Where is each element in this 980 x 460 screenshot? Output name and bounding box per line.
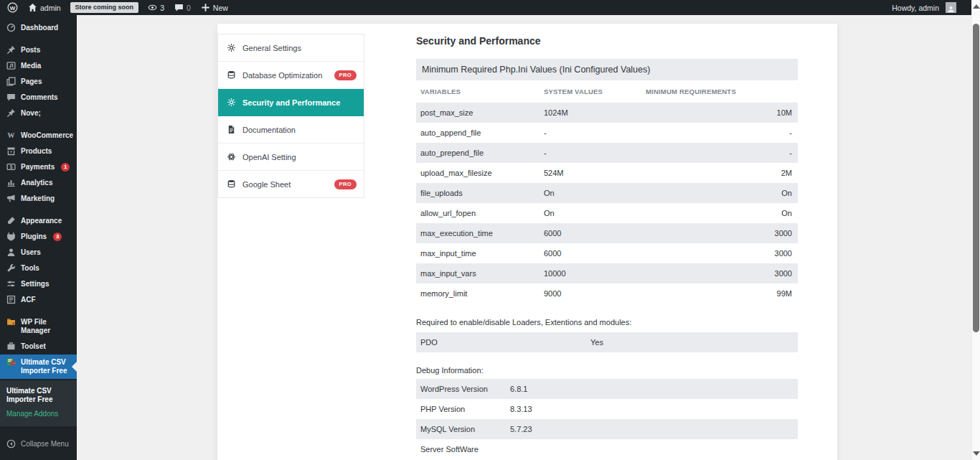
settings-tab[interactable]: General Settings bbox=[218, 34, 364, 62]
acf-grid-icon bbox=[6, 295, 16, 304]
debug-table: WordPress Version 6.8.1 PHP Version 8.3.… bbox=[416, 379, 798, 459]
system-value: 1024M bbox=[540, 108, 642, 117]
sidebar-item-label: Products bbox=[21, 147, 52, 156]
scrollbar-up-arrow-icon[interactable] bbox=[973, 4, 980, 9]
variable-name: max_execution_time bbox=[416, 229, 540, 238]
system-value: On bbox=[540, 189, 642, 197]
sidebar-item[interactable]: Products bbox=[0, 144, 77, 159]
products-box-icon bbox=[6, 146, 16, 156]
variable-name: post_max_size bbox=[416, 108, 540, 117]
settings-tab-label: Security and Performance bbox=[242, 98, 340, 107]
sidebar-item[interactable]: Posts bbox=[0, 42, 77, 58]
gear-icon bbox=[227, 98, 236, 107]
loader-value: Yes bbox=[590, 338, 798, 347]
sidebar-item[interactable]: Comments bbox=[0, 90, 77, 105]
collapse-menu-button[interactable]: Collapse Menu bbox=[0, 436, 77, 452]
scrollbar-thumb[interactable] bbox=[973, 24, 979, 332]
sidebar-item[interactable]: $ Payments 1 bbox=[0, 159, 77, 175]
sidebar-item[interactable]: Users bbox=[0, 245, 77, 260]
system-value: - bbox=[540, 128, 642, 137]
variable-name: memory_limit bbox=[416, 289, 540, 298]
ini-table: post_max_size 1024M 10M auto_append_file… bbox=[416, 103, 798, 304]
column-variables: VARIABLES bbox=[416, 88, 540, 95]
debug-name: Server SoftWare bbox=[416, 445, 510, 454]
megaphone-icon bbox=[6, 194, 16, 203]
my-account-menu[interactable]: Howdy, admin bbox=[887, 0, 961, 15]
settings-tab-label: Documentation bbox=[242, 126, 296, 134]
sidebar-item-label: Marketing bbox=[21, 194, 55, 203]
sidebar-item[interactable]: Dashboard bbox=[0, 20, 77, 36]
svg-text:W: W bbox=[7, 131, 15, 139]
variable-name: allow_url_fopen bbox=[416, 209, 540, 217]
ini-table-row: max_input_vars 10000 3000 bbox=[416, 263, 798, 283]
ini-table-row: max_input_time 6000 3000 bbox=[416, 243, 798, 263]
minimum-requirement: 3000 bbox=[642, 229, 798, 238]
settings-tab[interactable]: Security and Performance bbox=[218, 89, 364, 116]
updates-menu[interactable]: 3 bbox=[143, 0, 169, 15]
settings-tab[interactable]: Google Sheet PRO bbox=[218, 171, 364, 197]
gear-icon bbox=[227, 43, 236, 52]
minimum-requirement: 10M bbox=[642, 108, 798, 117]
pro-badge: PRO bbox=[334, 179, 357, 189]
wordpress-logo-icon: W bbox=[7, 2, 18, 13]
briefcase-icon bbox=[6, 342, 16, 351]
howdy-text: Howdy, admin bbox=[892, 4, 939, 12]
sidebar-item[interactable]: Pages bbox=[0, 74, 77, 90]
new-content-menu[interactable]: New bbox=[196, 0, 233, 15]
sidebar-item[interactable]: Analytics bbox=[0, 175, 77, 191]
sidebar-item[interactable]: Ultimate CSV Importer Free bbox=[0, 355, 77, 379]
settings-tab-label: OpenAI Setting bbox=[242, 153, 296, 161]
minimum-requirement: On bbox=[642, 189, 798, 197]
ini-table-row: allow_url_fopen On On bbox=[416, 203, 798, 223]
sidebar-item-label: Plugins bbox=[21, 233, 47, 241]
sidebar-item[interactable]: Plugins 3 bbox=[0, 229, 77, 245]
loader-name: PDO bbox=[416, 338, 590, 347]
sidebar-item[interactable]: Nove; bbox=[0, 105, 77, 121]
site-name-menu[interactable]: admin bbox=[23, 0, 66, 15]
comments-menu[interactable]: 0 bbox=[169, 0, 196, 15]
content-area: General Settings Database Optimization P… bbox=[77, 15, 971, 460]
settings-tab[interactable]: Database Optimization PRO bbox=[218, 62, 364, 89]
sidebar-item[interactable]: Marketing bbox=[0, 191, 77, 207]
svg-text:$: $ bbox=[10, 164, 13, 170]
store-coming-soon-badge[interactable]: Store coming soon bbox=[70, 2, 139, 13]
sidebar-item-label: Tools bbox=[21, 264, 39, 273]
debug-value: 8.3.13 bbox=[510, 405, 798, 413]
minimum-requirement: On bbox=[642, 209, 798, 217]
collapse-icon bbox=[6, 439, 16, 449]
plugin-icon bbox=[6, 232, 16, 241]
bar-chart-icon bbox=[6, 178, 16, 187]
sidebar-item[interactable]: Toolset bbox=[0, 339, 77, 355]
settings-tab[interactable]: Documentation bbox=[218, 116, 364, 144]
ini-table-row: upload_max_filesize 524M 2M bbox=[416, 163, 798, 183]
scrollbar[interactable] bbox=[971, 0, 980, 460]
settings-nav: General Settings Database Optimization P… bbox=[217, 34, 364, 198]
sidebar-item[interactable]: Media bbox=[0, 58, 77, 74]
wrench-icon bbox=[6, 263, 16, 273]
sidebar-item[interactable]: Tools bbox=[0, 260, 77, 276]
submenu-item-current[interactable]: Ultimate CSV Importer Free bbox=[0, 384, 77, 407]
database-icon bbox=[227, 70, 236, 80]
csv-importer-submenu: Ultimate CSV Importer Free Manage Addons bbox=[0, 380, 77, 426]
loaders-section-label: Required to enable/disable Loaders, Exte… bbox=[416, 318, 631, 327]
debug-value: 6.8.1 bbox=[510, 385, 798, 393]
sidebar-item[interactable]: Appearance bbox=[0, 213, 77, 229]
sidebar-item[interactable]: ACF bbox=[0, 292, 77, 308]
loader-row: PDO Yes bbox=[416, 332, 798, 352]
settings-tab-label: General Settings bbox=[242, 44, 301, 52]
sidebar-item[interactable]: W WooCommerce bbox=[0, 128, 77, 144]
comment-bubble-icon bbox=[174, 3, 184, 12]
submenu-item[interactable]: Manage Addons bbox=[0, 407, 77, 421]
scrollbar-down-arrow-icon[interactable] bbox=[973, 451, 980, 456]
wp-logo-menu[interactable]: W bbox=[0, 0, 23, 15]
sidebar-item[interactable]: Settings bbox=[0, 276, 77, 292]
settings-tab-label: Google Sheet bbox=[242, 180, 291, 189]
system-value: 6000 bbox=[540, 229, 642, 238]
page-title: Security and Performance bbox=[416, 35, 541, 47]
sidebar-item[interactable]: WP File Manager bbox=[0, 314, 77, 339]
settings-tab[interactable]: OpenAI Setting bbox=[218, 144, 364, 171]
ini-table-row: post_max_size 1024M 10M bbox=[416, 103, 798, 123]
system-value: On bbox=[540, 209, 642, 217]
pushpin-icon bbox=[6, 45, 16, 55]
system-value: - bbox=[540, 149, 642, 157]
